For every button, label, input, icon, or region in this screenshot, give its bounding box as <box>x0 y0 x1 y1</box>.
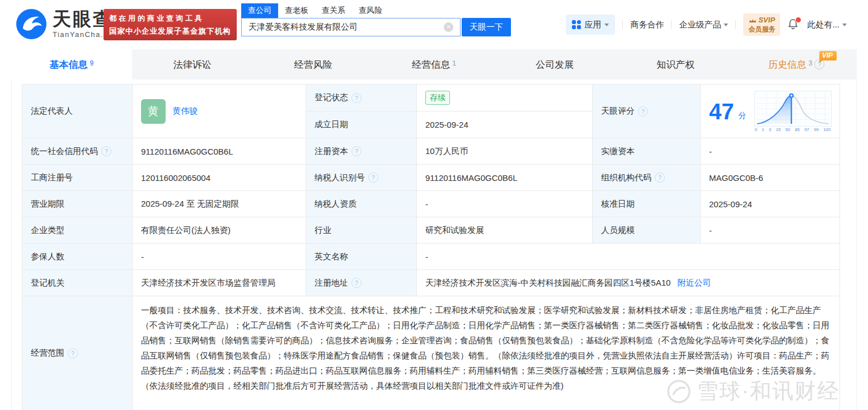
help-icon[interactable]: ? <box>351 146 362 156</box>
section-tabs: 基本信息 9 法律诉讼 经营风险 经营信息 1 公司发展 知识产权 VIP 历史… <box>11 49 857 80</box>
nav-enterprise[interactable]: 企业级产品 <box>679 20 728 30</box>
approval-date-value-cell: 2025-09-24 <box>701 191 840 217</box>
org-code-label-cell: 组织机构代码 ? <box>593 165 701 191</box>
field-label: 登记机关 <box>31 278 64 288</box>
score-value: 47 <box>709 100 734 123</box>
field-value: 91120116MAG0GC0B6L <box>425 173 518 183</box>
reg-authority-value-cell: 天津经济技术开发区市场监督管理局 <box>133 270 306 296</box>
english-name-label-cell: 英文名称 <box>306 244 417 270</box>
svip-member-badge[interactable]: SVIP 会员服务 <box>743 13 780 35</box>
tab-label: 法律诉讼 <box>173 58 212 71</box>
business-term-value-cell: 2025-09-24 至 无固定期限 <box>133 191 306 217</box>
field-value: 91120116MAG0GC0B6L <box>141 147 233 156</box>
taxpayer-quality-label-cell: 纳税人资质 <box>306 191 417 217</box>
apps-button[interactable]: 应用 <box>566 15 615 35</box>
legal-rep-value-cell: 黄 黄伟骏 <box>133 85 306 138</box>
field-value: - <box>709 226 712 235</box>
industry-label-cell: 行业 <box>306 217 417 244</box>
clear-icon[interactable]: × <box>444 22 453 32</box>
field-label: 企业类型 <box>31 225 64 236</box>
field-value: 2025-09-24 至 无固定期限 <box>141 199 239 209</box>
search-tab-boss[interactable]: 查老板 <box>278 3 315 18</box>
field-label: 工商注册号 <box>31 173 73 183</box>
paid-capital-label-cell: 实缴资本 <box>593 138 701 165</box>
nav-more-label: 此处有... <box>807 20 839 30</box>
search-tab-risk[interactable]: 查风险 <box>352 3 389 18</box>
notification-dot <box>795 17 801 23</box>
tab-intellectual-property[interactable]: 知识产权 <box>615 49 736 80</box>
establish-date-value-cell: 2025-09-24 <box>417 111 593 138</box>
tab-count: 3 <box>809 59 813 67</box>
help-icon[interactable]: ? <box>68 348 78 358</box>
slogan-line1: 都在用的商业查询工具 <box>109 13 231 24</box>
field-value: 研究和试验发展 <box>425 225 484 236</box>
tab-business-info[interactable]: 经营信息 1 <box>374 49 495 80</box>
tab-operation-risk[interactable]: 经营风险 <box>253 49 374 80</box>
staff-size-label-cell: 人员规模 <box>593 217 701 244</box>
tab-label: 公司发展 <box>536 58 574 71</box>
notification-bell-icon[interactable] <box>787 18 800 31</box>
apps-label: 应用 <box>584 20 601 30</box>
field-value: - <box>425 252 428 262</box>
help-icon[interactable]: ? <box>351 93 362 103</box>
help-icon[interactable]: ? <box>351 278 362 288</box>
nav-more[interactable]: 此处有... <box>807 20 847 30</box>
help-icon[interactable]: ? <box>368 173 378 183</box>
search-tab-company[interactable]: 查公司 <box>241 3 278 18</box>
divider <box>671 20 672 29</box>
field-value: 天津经济技术开发区滨海-中关村科技园融汇商务园四区1号楼5A10 <box>425 278 670 288</box>
field-value: MAG0GC0B-6 <box>709 173 763 183</box>
reg-authority-label-cell: 登记机关 <box>22 270 133 296</box>
nearby-companies-link[interactable]: 附近公司 <box>677 278 711 288</box>
taxpayer-id-value-cell: 91120116MAG0GC0B6L <box>417 165 593 191</box>
tab-legal-litigation[interactable]: 法律诉讼 <box>132 49 253 80</box>
field-value: 天津经济技术开发区市场监督管理局 <box>141 278 275 288</box>
field-label: 天眼评分 <box>601 106 635 117</box>
business-scope-text: 一般项目：技术服务、技术开发、技术咨询、技术交流、技术转让、技术推广；工程和技术… <box>141 305 829 390</box>
chevron-down-icon <box>842 24 847 26</box>
credit-code-label-cell: 统一社会信用代码 ? <box>22 138 133 165</box>
field-label: 人员规模 <box>601 225 635 236</box>
tab-basic-info[interactable]: 基本信息 9 <box>11 49 132 80</box>
help-icon[interactable]: ? <box>638 106 648 117</box>
tianyancha-logo-icon <box>16 8 47 40</box>
tab-history-info[interactable]: VIP 历史信息 3 ? <box>736 49 857 80</box>
field-label: 核准日期 <box>601 199 635 209</box>
nav-cooperation[interactable]: 商务合作 <box>630 20 664 30</box>
taxpayer-quality-value-cell: - <box>417 191 593 217</box>
staff-size-value-cell: - <box>701 217 840 244</box>
reg-capital-value-cell: 10万人民币 <box>417 138 593 165</box>
establish-date-label-cell: 成立日期 <box>306 111 417 138</box>
field-value: 2025-09-24 <box>425 120 468 129</box>
field-value: - <box>709 147 712 156</box>
avatar[interactable]: 黄 <box>141 99 166 124</box>
bell-curve-chart <box>754 91 832 127</box>
chart-axis-ticks: 01 315 5085 9799 100 <box>754 127 832 132</box>
business-term-label-cell: 营业期限 <box>22 191 133 217</box>
tab-label: 经营信息 <box>412 58 450 71</box>
slogan-line2: 国家中小企业发展子基金旗下机构 <box>109 26 231 36</box>
field-label: 经营范围 <box>31 348 64 358</box>
search-input[interactable] <box>241 18 461 36</box>
chevron-down-icon <box>724 24 728 26</box>
company-info-table: 法定代表人 黄 黄伟骏 登记状态 ? 存续 成立日期 2025-09-24 <box>22 84 841 410</box>
search-tab-relation[interactable]: 查关系 <box>315 3 352 18</box>
search-box: × 天眼一下 <box>241 18 511 36</box>
tab-company-development[interactable]: 公司发展 <box>494 49 615 80</box>
legal-rep-label-cell: 法定代表人 <box>22 85 133 138</box>
insured-count-label-cell: 参保人数 <box>22 244 133 270</box>
search-button[interactable]: 天眼一下 <box>462 18 511 36</box>
help-icon[interactable]: ? <box>101 146 111 156</box>
slogan-badge: 都在用的商业查询工具 国家中小企业发展子基金旗下机构 <box>104 9 237 40</box>
taxpayer-id-label-cell: 纳税人识别号 ? <box>306 165 417 191</box>
divider <box>622 20 623 29</box>
field-value: 有限责任公司(法人独资) <box>141 225 231 236</box>
score-value-cell: 47 分 <box>701 85 840 138</box>
field-label: 注册地址 <box>315 278 348 288</box>
field-label: 法定代表人 <box>31 106 73 117</box>
tab-count: 9 <box>90 59 94 67</box>
status-badge: 存续 <box>425 91 450 104</box>
legal-rep-name-link[interactable]: 黄伟骏 <box>172 106 198 117</box>
help-icon[interactable]: ? <box>655 173 665 183</box>
company-type-value-cell: 有限责任公司(法人独资) <box>133 217 306 244</box>
